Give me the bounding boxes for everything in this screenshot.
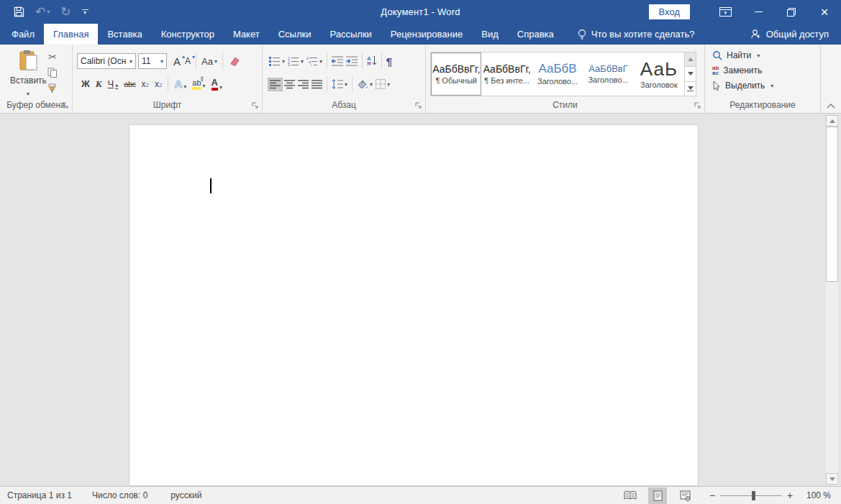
web-layout-button[interactable] — [676, 487, 694, 504]
group-clipboard: Вставить ✂ Буфер обмена — [0, 45, 73, 113]
styles-more-button[interactable] — [685, 82, 696, 96]
zoom-slider-thumb[interactable] — [752, 491, 755, 500]
customize-qat-button[interactable]: ▾ — [82, 9, 88, 15]
style-normal[interactable]: АаБбВвГг, ¶ Обычный — [431, 52, 481, 96]
scroll-up-icon — [688, 58, 694, 61]
bullets-button[interactable] — [268, 55, 286, 68]
tab-layout[interactable]: Макет — [224, 24, 269, 45]
justify-button[interactable] — [310, 78, 324, 91]
styles-scroll-down-button[interactable] — [685, 67, 696, 81]
scrollbar-up-button[interactable] — [826, 115, 838, 127]
tab-view[interactable]: Вид — [472, 24, 508, 45]
word-count-status[interactable]: Число слов: 0 — [92, 490, 147, 500]
paragraph-dialog-launcher-icon[interactable] — [415, 102, 422, 109]
bold-button[interactable]: Ж — [78, 78, 93, 91]
paste-dropdown-icon[interactable] — [10, 86, 46, 98]
subscript-button[interactable]: x2 — [139, 78, 152, 91]
sort-button[interactable]: АЯ — [365, 55, 378, 68]
line-spacing-button[interactable] — [330, 78, 349, 91]
tell-me-box[interactable]: Что вы хотите сделать? — [578, 24, 695, 45]
borders-button[interactable] — [374, 78, 391, 91]
font-size-dropdown-icon[interactable]: ▾ — [158, 58, 163, 65]
font-color-button[interactable]: А — [209, 76, 225, 92]
copy-icon[interactable] — [47, 68, 58, 78]
tab-file[interactable]: Файл — [2, 24, 44, 45]
zoom-level[interactable]: 100 % — [798, 490, 831, 500]
zoom-in-button[interactable]: + — [782, 490, 798, 501]
font-name-combo[interactable]: Calibri (Осн▾ — [77, 53, 136, 69]
page-count-status[interactable]: Страница 1 из 1 — [7, 490, 72, 500]
style-no-spacing[interactable]: АаБбВвГг, ¶ Без инте... — [481, 52, 532, 96]
underline-button[interactable]: Ч — [105, 78, 122, 91]
change-case-button[interactable]: Aa — [199, 55, 219, 68]
strikethrough-button[interactable]: abc — [121, 78, 138, 90]
sign-in-button[interactable]: Вход — [649, 4, 690, 19]
style-title[interactable]: АаЬ Заголовок — [634, 52, 684, 96]
tab-insert[interactable]: Вставка — [98, 24, 151, 45]
find-button[interactable]: Найти — [712, 50, 773, 60]
paste-button[interactable]: Вставить — [10, 50, 46, 98]
zoom-slider[interactable] — [720, 491, 782, 500]
close-button[interactable]: × — [808, 0, 841, 24]
styles-scroll-up-button[interactable] — [685, 52, 696, 67]
zoom-out-button[interactable]: − — [704, 490, 720, 501]
shrink-font-button[interactable]: A▾ — [183, 55, 193, 67]
tab-help[interactable]: Справка — [508, 24, 563, 45]
align-left-button[interactable] — [268, 78, 283, 91]
share-button[interactable]: Общий доступ — [750, 24, 841, 45]
tab-home[interactable]: Главная — [44, 24, 98, 45]
tab-review[interactable]: Рецензирование — [381, 24, 472, 45]
decrease-indent-button[interactable] — [330, 55, 345, 68]
clipboard-dialog-launcher-icon[interactable] — [62, 102, 69, 109]
svg-text:i: i — [311, 63, 312, 66]
clear-formatting-eraser-icon — [228, 56, 240, 67]
scrollbar-thumb[interactable] — [826, 127, 838, 282]
vertical-scrollbar[interactable] — [826, 115, 838, 485]
minimize-button[interactable] — [742, 0, 775, 24]
font-size-combo[interactable]: 11▾ — [138, 53, 167, 69]
replace-button[interactable]: abac Заменить — [712, 65, 773, 75]
read-mode-button[interactable] — [621, 487, 640, 504]
increase-indent-button[interactable] — [345, 55, 359, 68]
increase-indent-icon — [346, 56, 358, 66]
align-center-button[interactable] — [283, 78, 296, 91]
shading-button[interactable] — [355, 78, 374, 91]
replace-label: Заменить — [723, 65, 762, 75]
numbering-button[interactable]: 123 — [286, 55, 305, 68]
style-heading1[interactable]: АаБбВ Заголово... — [532, 52, 583, 96]
scrollbar-down-button[interactable] — [826, 473, 838, 485]
document-page[interactable] — [129, 124, 699, 486]
show-paragraph-marks-button[interactable]: ¶ — [385, 54, 394, 69]
align-left-icon — [270, 80, 281, 89]
group-paragraph: 123 1ai АЯ ¶ — [263, 45, 426, 113]
tab-design[interactable]: Конструктор — [152, 24, 224, 45]
styles-group-label: Стили — [426, 100, 704, 110]
grow-font-button[interactable]: A▴ — [171, 55, 183, 68]
align-right-button[interactable] — [296, 78, 310, 91]
select-button[interactable]: Выделить — [712, 81, 773, 91]
styles-dialog-launcher-icon[interactable] — [694, 102, 701, 109]
collapse-ribbon-icon[interactable] — [827, 104, 835, 109]
text-cursor — [210, 178, 212, 193]
font-name-dropdown-icon[interactable]: ▾ — [127, 58, 132, 65]
language-status[interactable]: русский — [171, 490, 201, 500]
tab-references[interactable]: Ссылки — [269, 24, 321, 45]
multilevel-list-button[interactable]: 1ai — [305, 55, 324, 68]
save-icon[interactable] — [14, 6, 24, 17]
tab-mailings[interactable]: Рассылки — [320, 24, 381, 45]
italic-button[interactable]: К — [93, 78, 105, 91]
text-effects-button[interactable]: А — [171, 77, 189, 92]
format-painter-icon[interactable] — [47, 83, 58, 93]
redo-button[interactable]: ↻ — [60, 6, 71, 18]
highlight-button[interactable]: ab✎ — [189, 77, 208, 91]
restore-button[interactable] — [775, 0, 808, 24]
clear-formatting-button[interactable] — [226, 55, 242, 68]
font-dialog-launcher-icon[interactable] — [252, 102, 259, 109]
style-heading2[interactable]: АаБбВвГ Заголово... — [583, 52, 633, 96]
print-layout-button[interactable] — [648, 487, 667, 504]
undo-dropdown-icon[interactable]: ▾ — [47, 9, 50, 15]
ribbon-display-options-button[interactable] — [709, 0, 742, 24]
cut-icon[interactable]: ✂ — [48, 52, 57, 62]
undo-button[interactable]: ↶ ▾ — [35, 6, 50, 18]
superscript-button[interactable]: x2 — [152, 78, 165, 91]
